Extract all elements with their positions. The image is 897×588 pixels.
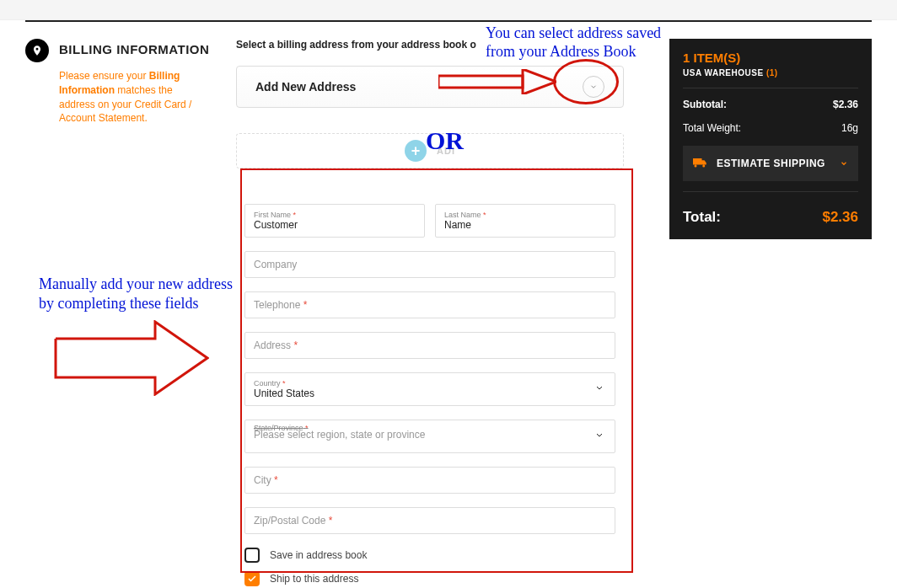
order-summary: 1 ITEM(S) USA WAREHOUSE (1) Subtotal: $2… [669,39,872,239]
address-input[interactable]: Address * [244,332,615,359]
chevron-down-icon [583,76,604,98]
state-select[interactable]: State/Province * Please select region, s… [244,420,615,453]
weight-row: Total Weight: 16g [683,122,858,134]
last-name-input[interactable]: Last Name * Name [435,204,615,238]
divider [683,191,858,192]
svg-rect-0 [438,76,523,88]
address-book-dropdown[interactable]: Add New Address [236,66,624,108]
chevron-down-icon [594,383,604,396]
zip-input[interactable]: Zip/Postal Code * [244,507,615,534]
ship-to-address-label: Ship to this address [270,573,358,585]
ship-to-address-checkbox[interactable] [244,571,260,586]
svg-marker-1 [523,69,556,94]
divider [683,88,858,88]
truck-icon [693,158,708,169]
left-column: BILLING INFORMATION Please ensure your B… [25,39,236,588]
location-pin-icon [25,39,49,62]
annotation-arrow-right [438,69,556,94]
dropdown-label: Add New Address [255,80,356,94]
telephone-input[interactable]: Telephone * [244,291,615,318]
main-form-column: Select a billing address from your addre… [236,39,624,588]
top-bar [0,0,897,20]
company-input[interactable]: Company [244,251,615,278]
country-select[interactable]: Country * United States [244,372,615,406]
chevron-down-icon [594,430,604,443]
add-label: ADI [437,146,455,156]
add-new-address-block[interactable]: + ADI [236,133,624,168]
chevron-down-icon [840,159,848,168]
save-address-checkbox[interactable] [244,548,260,563]
select-address-instruction: Select a billing address from your addre… [236,39,624,51]
plus-icon: + [405,140,427,162]
items-count: 1 ITEM(S) [683,51,858,65]
total-row: Total: $2.36 [683,209,858,226]
address-form: First Name * Customer Last Name * Name C… [236,185,624,588]
estimate-shipping-toggle[interactable]: ESTIMATE SHIPPING [683,146,858,181]
annotation-arrow-right-2 [54,320,209,396]
subtotal-row: Subtotal: $2.36 [683,99,858,110]
save-address-label: Save in address book [270,549,367,561]
billing-note: Please ensure your Billing Information m… [59,69,211,126]
billing-title: BILLING INFORMATION [59,42,209,56]
city-input[interactable]: City * [244,467,615,494]
warehouse-line: USA WAREHOUSE (1) [683,68,858,78]
first-name-input[interactable]: First Name * Customer [244,204,425,238]
